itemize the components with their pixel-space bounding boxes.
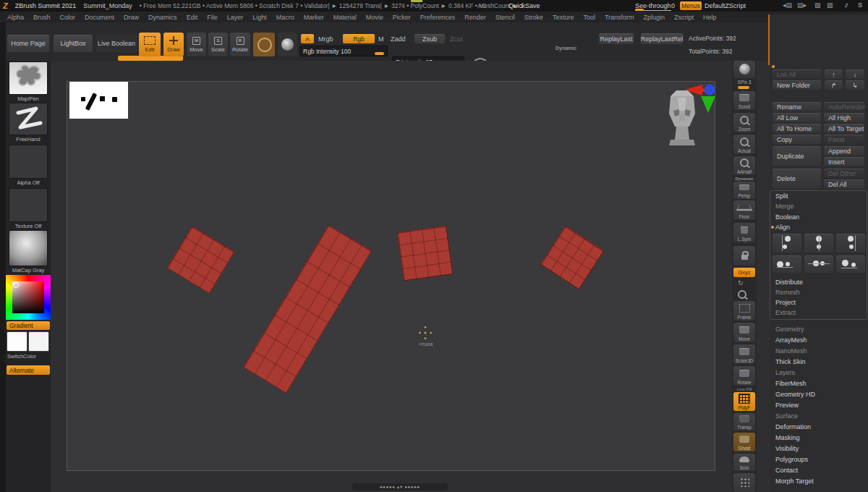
move-3d-button[interactable]: Move [733,323,755,342]
section-geometry[interactable]: Geometry [775,326,804,333]
menu-draw[interactable]: Draw [124,14,139,21]
main-color-swatch[interactable] [7,331,27,352]
left-tray-divider[interactable]: ⋮ ⋮ [0,22,6,492]
menu-file[interactable]: File [207,14,218,21]
section-geometry-hd[interactable]: Geometry HD [775,391,815,398]
menu-layer[interactable]: Layer [227,14,244,21]
section-masking[interactable]: Masking [775,434,800,441]
bottom-tray-handle[interactable]: ◂◂◂◂◂ ▴▾ ▸▸▸▸▸ [352,483,448,491]
menus-toggle[interactable]: Menus [680,1,702,10]
transpose-lock-button[interactable] [733,246,755,266]
zsub-toggle[interactable]: Zsub [414,34,445,43]
scale-3d-button[interactable]: Scale3D [733,344,755,364]
alternate-toggle[interactable]: Alternate [7,365,50,375]
project-section[interactable]: Project [775,299,796,306]
canvas-area[interactable]: +mask ◂◂◂◂◂ ▴▾ ▸▸▸▸▸ [51,61,732,492]
frame-button[interactable]: Frame [733,301,755,321]
see-through-nub[interactable] [635,9,644,11]
session-icon[interactable]: S [858,1,862,9]
paste-button[interactable]: Paste [824,135,864,144]
menu-tool[interactable]: Tool [583,14,595,21]
menu-document[interactable]: Document [85,14,114,21]
menu-light[interactable]: Light [252,14,267,21]
new-folder-button[interactable]: New Folder [773,80,821,90]
duplicate-button[interactable]: Duplicate [773,146,821,166]
section-polygroups[interactable]: Polygroups [775,456,808,463]
extract-section[interactable]: Extract [775,309,796,316]
scale-button[interactable]: S Scale [208,33,228,56]
quicksave-button[interactable]: QuickSave [509,2,540,9]
delete-button[interactable]: Delete [773,169,821,189]
del-all-button[interactable]: Del All [824,179,864,189]
rotate-3d-button[interactable]: Rotate [733,366,755,386]
rename-button[interactable]: Rename [773,102,821,111]
align-vertical-center-button[interactable] [804,234,833,253]
ghost-button[interactable]: Ghost [733,433,755,451]
matcap-gray-button[interactable] [9,230,48,266]
rotate-button[interactable]: R Rotate [230,33,250,56]
menu-transform[interactable]: Transform [605,14,634,21]
switch-color-button[interactable]: SwitchColor [6,353,51,360]
default-zscript-button[interactable]: DefaultZScript [705,2,746,9]
scroll-palettes-right-icon[interactable]: ▤▸ [797,1,807,9]
menu-color[interactable]: Color [60,14,76,21]
move-button[interactable]: M Move [187,33,206,56]
menu-stencil[interactable]: Stencil [495,14,515,21]
subtool-up-button[interactable]: ↑ [825,69,843,79]
zoom-plus-icon[interactable] [738,289,746,302]
section-layers[interactable]: Layers [775,369,795,376]
rgb-toggle[interactable]: Rgb [343,34,375,43]
all-to-target-button[interactable]: All To Target [824,124,864,133]
customize-brush-icon[interactable]: ▧ [827,1,833,9]
menu-dynamics[interactable]: Dynamics [148,14,177,21]
menu-macro[interactable]: Macro [276,14,294,21]
zcut-toggle[interactable]: Zcut [450,35,463,43]
copy-button[interactable]: Copy [773,135,821,144]
zscript-window-icon[interactable]: z [845,1,848,9]
section-arraymesh[interactable]: ArrayMesh [775,336,807,344]
draw-button[interactable]: Draw [163,33,184,56]
current-brush-button[interactable] [253,33,275,56]
live-boolean-button[interactable]: Live Boolean [95,35,137,52]
document-canvas[interactable]: +mask [67,81,715,471]
material-a-toggle[interactable]: A [301,34,314,43]
section-preview[interactable]: Preview [775,402,799,409]
section-visibility[interactable]: Visibility [775,445,799,452]
all-to-home-button[interactable]: All To Home [773,124,821,133]
menu-zscript[interactable]: Zscript [674,14,694,21]
stroke-freehand-button[interactable] [9,103,48,135]
scroll-palettes-left-icon[interactable]: ◂▤ [783,1,792,9]
bpr-render-button[interactable] [733,61,755,78]
menu-brush[interactable]: Brush [33,14,51,21]
zoom-button[interactable]: Zoom [733,113,755,132]
del-other-button[interactable]: Del Other [824,169,864,178]
aahalf-button[interactable]: AAHalf [733,156,755,175]
actual-button[interactable]: Actual [733,135,755,154]
menu-movie[interactable]: Movie [366,14,383,21]
align-horizontal-left-button[interactable] [773,255,801,273]
section-nanomesh[interactable]: NanoMesh [775,347,807,355]
section-morph-target[interactable]: Morph Target [775,478,814,485]
replay-last-button[interactable]: ReplayLast [599,33,634,44]
list-all-button[interactable]: List All [773,69,821,79]
menu-stroke[interactable]: Stroke [524,14,543,21]
transp-button[interactable]: Transp [733,413,755,430]
align-vertical-left-button[interactable] [773,234,801,253]
menu-texture[interactable]: Texture [553,14,574,21]
section-fibermesh[interactable]: FiberMesh [775,380,807,387]
rgb-intensity-slider[interactable]: Rgb Intensity 100 [299,46,388,56]
append-button[interactable]: Append [824,146,864,156]
customize-hand-icon[interactable]: ▨ [814,1,821,9]
lightbox-button[interactable]: LightBox [54,35,93,52]
all-low-button[interactable]: All Low [773,113,821,122]
scroll-button[interactable]: Scroll [733,91,755,110]
section-thick-skin[interactable]: Thick Skin [775,358,806,365]
texture-off-button[interactable] [9,188,48,222]
current-stroke-button[interactable] [278,33,297,56]
axis-orientation-gizmo[interactable] [679,79,720,116]
edit-button[interactable]: Edit [139,33,161,56]
boolean-section[interactable]: Boolean [775,213,799,221]
gxyz-button[interactable]: Gxyz [733,268,755,277]
insert-button[interactable]: Insert [824,157,864,166]
polyframe-button[interactable]: PolyF [733,392,755,411]
